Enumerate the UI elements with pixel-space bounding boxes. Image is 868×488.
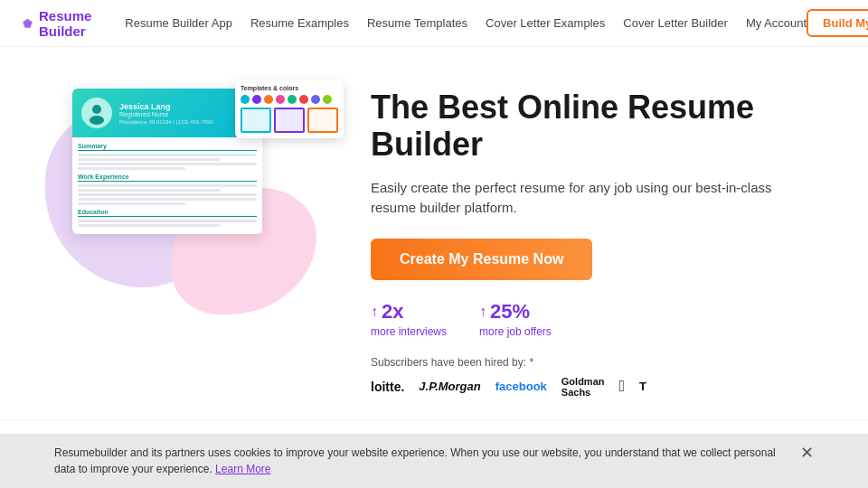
resume-line-10 [78, 220, 257, 222]
resume-line-3 [78, 163, 257, 165]
cookie-text: Resumebuilder and its partners uses cook… [54, 445, 786, 477]
svg-point-3 [90, 116, 104, 125]
svg-point-2 [92, 105, 101, 114]
logo-goldman-sachs: GoldmanSachs [561, 376, 605, 398]
resume-line-1 [78, 154, 257, 156]
nav-cover-examples[interactable]: Cover Letter Examples [486, 16, 605, 30]
dot-purple [252, 95, 261, 104]
dot-indigo [311, 95, 320, 104]
logo[interactable]: Resume Builder [22, 8, 99, 39]
resume-contact: Providence, RI 01234 | (123) 456-7890 [119, 119, 213, 125]
logo-facebook: facebook [495, 380, 547, 393]
dot-lime [323, 95, 332, 104]
hired-by-label: Subscribers have been hired by: * [371, 356, 814, 369]
template-card: Templates & colors [235, 80, 344, 138]
nav-account[interactable]: My Account [746, 16, 807, 30]
resume-work-title: Work Experience [78, 174, 257, 182]
nav-cover-builder[interactable]: Cover Letter Builder [623, 16, 728, 30]
nav-templates[interactable]: Resume Templates [367, 16, 467, 30]
resume-line-2 [78, 158, 221, 161]
template-dots [241, 95, 338, 104]
template-preview-2 [274, 108, 305, 133]
resume-line-4 [78, 167, 185, 170]
resume-edu-title: Education [78, 209, 257, 217]
logo-apple:  [618, 377, 625, 396]
logo-deloitte: loitte. [371, 380, 404, 394]
resume-line-6 [78, 189, 221, 192]
resume-card: Jessica Lang Registered Nurse Providence… [72, 89, 262, 234]
cookie-learn-more-link[interactable]: Learn More [215, 463, 270, 475]
dot-green [288, 95, 297, 104]
dot-teal [241, 95, 250, 104]
cookie-banner: Resumebuilder and its partners uses cook… [0, 434, 868, 488]
dot-orange [264, 95, 273, 104]
hired-logos: loitte. J.P.Morgan facebook GoldmanSachs… [371, 376, 814, 398]
resume-person-name: Jessica Lang [119, 102, 213, 111]
hero-title: The Best Online Resume Builder [371, 89, 814, 164]
cookie-close-button[interactable]: ✕ [800, 445, 814, 461]
template-previews [241, 108, 338, 133]
hero-text: The Best Online Resume Builder Easily cr… [371, 80, 814, 401]
resume-summary-title: Summary [78, 143, 257, 151]
template-preview-3 [307, 108, 338, 133]
dot-red [299, 95, 308, 104]
resume-line-7 [78, 193, 257, 196]
resume-avatar [81, 98, 112, 128]
stat-offers-label: more job offers [479, 325, 552, 338]
logo-text: Resume Builder [39, 8, 99, 39]
arrow-up-icon-1: ↑ [371, 304, 378, 320]
stat-interviews: ↑ 2x more interviews [371, 300, 447, 338]
nav-builder-app[interactable]: Resume Builder App [125, 16, 232, 30]
resume-name-block: Jessica Lang Registered Nurse Providence… [119, 102, 213, 125]
build-my-resume-button[interactable]: Build My Resume [807, 9, 868, 37]
dot-pink [276, 95, 285, 104]
logo-icon [22, 14, 33, 33]
resume-header: Jessica Lang Registered Nurse Providence… [72, 89, 262, 137]
hired-by-section: Subscribers have been hired by: * loitte… [371, 356, 814, 398]
hero-image-area: Templates & colors [54, 80, 335, 324]
arrow-up-icon-2: ↑ [479, 304, 486, 320]
cookie-message: Resumebuilder and its partners uses cook… [54, 446, 776, 475]
resume-person-title: Registered Nurse [119, 111, 213, 117]
stat-offers: ↑ 25% more job offers [479, 300, 552, 338]
template-card-title: Templates & colors [241, 85, 338, 91]
nav-examples[interactable]: Resume Examples [250, 16, 349, 30]
stat-offers-num: ↑ 25% [479, 300, 552, 324]
logo-other: T [639, 380, 646, 393]
hero-section: Templates & colors [0, 47, 868, 419]
avatar-icon [84, 100, 109, 126]
resume-line-9 [78, 202, 185, 205]
template-preview-1 [241, 108, 271, 133]
stat-interviews-label: more interviews [371, 325, 447, 338]
navbar: Resume Builder Resume Builder App Resume… [0, 0, 868, 47]
create-resume-button[interactable]: Create My Resume Now [371, 239, 592, 280]
resume-body: Summary Work Experience Education [72, 137, 262, 234]
resume-line-11 [78, 224, 221, 227]
nav-links: Resume Builder App Resume Examples Resum… [125, 16, 807, 30]
stat-interviews-num: ↑ 2x [371, 300, 447, 324]
resume-line-8 [78, 198, 257, 201]
hero-subtitle: Easily create the perfect resume for any… [371, 178, 814, 219]
resume-line-5 [78, 184, 257, 187]
stats-row: ↑ 2x more interviews ↑ 25% more job offe… [371, 300, 814, 338]
logo-jpmorgan: J.P.Morgan [419, 380, 480, 393]
